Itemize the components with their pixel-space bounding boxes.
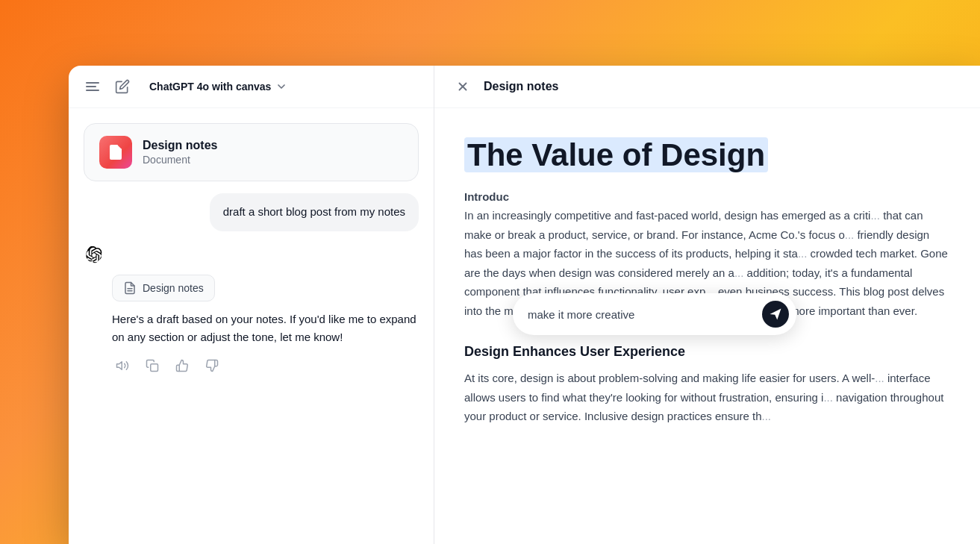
blog-title: The Value of Design — [464, 138, 950, 172]
chevron-down-icon — [275, 81, 287, 93]
canvas-panel: Design notes The Value of Design Introdu… — [434, 66, 980, 544]
sidebar-toggle-button[interactable] — [82, 76, 103, 97]
document-info: Design notes Document — [143, 139, 217, 166]
thumbs-down-button[interactable] — [202, 355, 222, 376]
close-icon — [456, 80, 469, 93]
speaker-icon — [116, 359, 129, 372]
sidebar-toggle-icon — [86, 82, 99, 91]
doc-reference[interactable]: Design notes — [112, 275, 215, 301]
thumbs-up-icon — [175, 359, 189, 372]
document-subtitle: Document — [143, 154, 217, 166]
chat-header: ChatGPT 4o with canvas — [69, 66, 434, 108]
chat-panel: ChatGPT 4o with canvas — [69, 66, 434, 544]
speaker-button[interactable] — [112, 355, 133, 376]
document-title: Design notes — [143, 139, 217, 152]
close-canvas-button[interactable] — [452, 76, 473, 97]
prompt-send-button[interactable] — [762, 301, 789, 328]
thumbs-up-button[interactable] — [172, 355, 193, 376]
canvas-header: Design notes — [434, 66, 980, 108]
document-card[interactable]: Design notes Document — [84, 123, 419, 181]
inline-prompt[interactable] — [513, 293, 796, 335]
copy-button[interactable] — [142, 355, 163, 376]
new-chat-button[interactable] — [112, 76, 133, 97]
file-icon — [107, 143, 125, 161]
doc-reference-icon — [123, 281, 137, 295]
blog-title-highlight: The Value of Design — [464, 137, 768, 172]
model-name: ChatGPT 4o with canvas — [149, 81, 271, 93]
thumbs-down-icon — [205, 359, 219, 372]
chat-messages: Design notes Document draft a short blog… — [69, 108, 434, 544]
copy-icon — [146, 359, 159, 372]
ai-response-text: Here's a draft based on your notes. If y… — [112, 310, 419, 346]
section1-text: At its core, design is about problem-sol… — [464, 369, 950, 426]
document-icon — [99, 136, 132, 169]
model-selector[interactable]: ChatGPT 4o with canvas — [142, 78, 295, 96]
openai-logo-icon — [85, 246, 103, 264]
user-message: draft a short blog post from my notes — [210, 193, 419, 231]
app-container: ChatGPT 4o with canvas — [69, 66, 980, 544]
section1-title: Design Enhances User Experience — [464, 344, 950, 360]
canvas-content: The Value of Design Introduc In an incre… — [434, 108, 980, 544]
svg-rect-5 — [151, 363, 158, 371]
doc-reference-label: Design notes — [143, 282, 204, 294]
ai-response: Design notes Here's a draft based on you… — [84, 243, 419, 376]
canvas-title: Design notes — [484, 80, 558, 93]
ai-avatar-row — [84, 243, 419, 266]
intro-label: Introduc — [464, 190, 950, 203]
ai-avatar — [84, 245, 104, 266]
svg-marker-4 — [117, 361, 122, 369]
inline-prompt-input[interactable] — [528, 308, 755, 321]
edit-icon — [115, 79, 130, 94]
send-icon — [769, 307, 782, 321]
action-buttons — [112, 355, 419, 376]
